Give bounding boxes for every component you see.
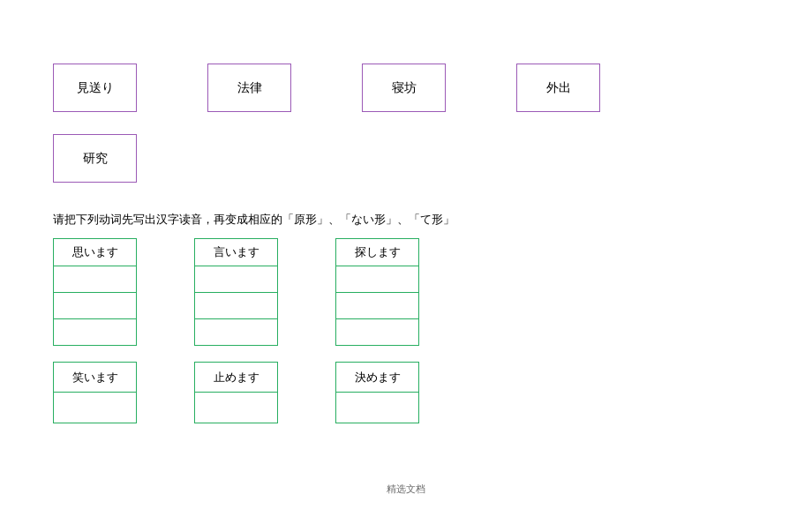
vocab-label-1: 法律: [237, 80, 262, 96]
vocab-row1: 見送り 法律 寝坊 外出: [53, 64, 600, 112]
vocab-box-2: 寝坊: [362, 64, 446, 112]
vocab-box-4: 研究: [53, 134, 137, 183]
vocab-label-2: 寝坊: [392, 80, 417, 96]
verb-header-3: 笑います: [53, 362, 137, 393]
verb-input-2a[interactable]: [335, 266, 419, 293]
vocab-box-3: 外出: [516, 64, 600, 112]
verb-input-5a[interactable]: [335, 393, 419, 423]
footer: 精选文档: [0, 483, 812, 496]
verb-header-0: 思います: [53, 238, 137, 266]
verb-input-1a[interactable]: [194, 266, 278, 293]
verb-input-0c[interactable]: [53, 319, 137, 346]
verb-input-1b[interactable]: [194, 293, 278, 319]
verb-input-1c[interactable]: [194, 319, 278, 346]
verb-input-3a[interactable]: [53, 393, 137, 423]
verb-header-1: 言います: [194, 238, 278, 266]
verb-group-1: 言います: [194, 238, 278, 346]
verb-group-2: 探します: [335, 238, 419, 346]
vocab-label-4: 研究: [83, 151, 108, 167]
verb-section-row2: 笑います 止めます 決めます: [53, 362, 419, 423]
verb-group-3: 笑います: [53, 362, 137, 423]
vocab-box-1: 法律: [207, 64, 291, 112]
vocab-label-0: 見送り: [77, 80, 114, 96]
verb-header-5: 決めます: [335, 362, 419, 393]
verb-input-0a[interactable]: [53, 266, 137, 293]
vocab-box-0: 見送り: [53, 64, 137, 112]
verb-input-2c[interactable]: [335, 319, 419, 346]
verb-input-2b[interactable]: [335, 293, 419, 319]
verb-group-5: 決めます: [335, 362, 419, 423]
verb-section-row1: 思います 言います 探します: [53, 238, 419, 346]
vocab-row2: 研究: [53, 134, 137, 183]
verb-header-2: 探します: [335, 238, 419, 266]
verb-input-0b[interactable]: [53, 293, 137, 319]
verb-group-4: 止めます: [194, 362, 278, 423]
verb-header-4: 止めます: [194, 362, 278, 393]
vocab-label-3: 外出: [546, 80, 571, 96]
verb-group-0: 思います: [53, 238, 137, 346]
instruction-text: 请把下列动词先写出汉字读音，再变成相应的「原形」、「ない形」、「て形」: [53, 212, 455, 228]
verb-input-4a[interactable]: [194, 393, 278, 423]
page: 見送り 法律 寝坊 外出 研究 请把下列动词先写出汉字读音，再变成相应的「原形」…: [0, 0, 812, 509]
